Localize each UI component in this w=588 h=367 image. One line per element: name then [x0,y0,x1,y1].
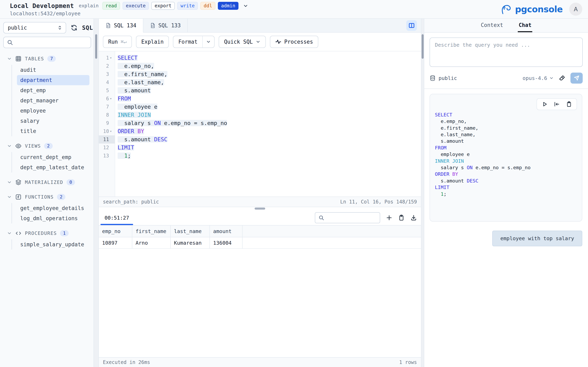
section-header-procedures[interactable]: PROCEDURES1 [3,228,94,238]
sql-editor[interactable]: 1▾23456▾78910▾111213 SELECT e.emp_no, e.… [99,51,421,197]
send-icon[interactable] [571,73,583,83]
sidebar-search[interactable] [3,37,91,48]
model-select[interactable]: opus-4.6 [523,75,554,81]
sql-token [134,128,138,134]
tree-item-dept_emp_latest_date[interactable]: dept_emp_latest_date [17,162,89,173]
run-suggestion-icon[interactable] [541,101,548,107]
format-button[interactable]: Format [173,36,202,48]
chat-panel-resize-handle[interactable] [422,34,424,59]
split-view-icon[interactable] [406,20,417,31]
code-line-text: ORDER BY [118,128,144,134]
sidebar-resizer[interactable] [94,19,98,367]
tree-item-dept_manager[interactable]: dept_manager [17,95,89,106]
code-line-11: s.amount DESC [118,135,421,143]
code-line-text: e.last_name, [118,79,164,85]
column-header-amount[interactable]: amount [210,225,242,237]
results-resize-handle[interactable] [255,208,265,210]
editor-code[interactable]: SELECT e.emp_no, e.first_name, e.last_na… [115,51,421,197]
line-number-8: 8 [99,111,115,119]
copy-sql-icon[interactable] [566,101,572,107]
fold-marker-icon[interactable]: ▾ [110,97,113,100]
column-header-emp_no[interactable]: emp_no [99,225,132,237]
sql-token: LIMIT [118,144,134,151]
schema-select[interactable]: public [3,22,66,33]
quick-sql-button[interactable]: Quick SQL [219,36,266,48]
fold-marker-icon[interactable]: ▾ [110,56,113,59]
results-search[interactable] [315,212,380,223]
add-result-tab-icon[interactable] [386,215,392,221]
results-resizer[interactable] [99,207,421,210]
column-header-first_name[interactable]: first_name [132,225,171,237]
chat-compose: public opus-4.6 [424,33,588,89]
assistant-tab-chat[interactable]: Chat [518,19,532,32]
tree-section-procedures: PROCEDURES1simple_salary_update [3,228,94,250]
sql-token: e.last_name, [435,132,476,137]
table-cell[interactable]: Kumaresan [171,237,210,248]
code-line-text: salary s ON e.emp_no = s.emp_no [118,120,227,126]
editor-tab-sql-134[interactable]: SQL 134 [99,19,143,33]
sql-token: ; [444,191,447,197]
run-button[interactable]: Run ⌘↵ [103,36,132,48]
editor-gutter: 1▾23456▾78910▾111213 [99,51,115,197]
avatar[interactable]: A [569,3,582,16]
download-results-icon[interactable] [410,215,417,221]
code-line-1: SELECT [118,54,421,62]
chevron-down-icon [7,143,12,149]
section-header-tables[interactable]: TABLES7 [3,54,94,64]
tree-item-simple_salary_update[interactable]: simple_salary_update [17,239,89,250]
tree-item-audit[interactable]: audit [17,65,89,75]
tree-item-get_employee_details[interactable]: get_employee_details [17,203,89,213]
tree-item-log_dml_operations[interactable]: log_dml_operations [17,213,89,224]
section-header-functions[interactable]: FUNCTIONS2 [3,192,94,202]
assistant-tab-context[interactable]: Context [480,19,504,32]
line-number: 5 [106,88,109,93]
table-cell[interactable]: 136004 [210,237,242,248]
line-number-13: 13 [99,152,115,160]
table-row[interactable]: 10897ArnoKumaresan136004 [99,237,421,249]
fold-marker-icon[interactable]: ▾ [110,130,113,133]
section-header-materialized[interactable]: MATERIALIZED0 [3,177,94,187]
sql-token: FROM [118,95,131,102]
refresh-icon[interactable] [71,24,78,31]
results-table: emp_nofirst_namelast_nameamount10897Arno… [99,225,421,249]
clear-chat-icon[interactable] [559,75,566,82]
section-header-views[interactable]: VIEWS2 [3,141,94,151]
sql-token: ORDER [118,128,134,134]
assistant-code-line-10: ORDER BY [435,171,577,177]
assistant-code-line-2: e.emp_no, [435,118,577,125]
sql-token: s.amount [118,136,154,142]
chat-input[interactable] [430,38,583,67]
editor-tab-sql-133[interactable]: SQL 133 [143,19,188,32]
table-cell[interactable]: 10897 [99,237,132,248]
format-dropdown-icon[interactable] [202,36,214,48]
tree-item-employee[interactable]: employee [17,106,89,116]
chat-panel-resizer[interactable] [421,19,424,367]
tree-item-salary[interactable]: salary [17,116,89,126]
tree-item-current_dept_emp[interactable]: current_dept_emp [17,152,89,162]
column-header-filler [242,225,421,237]
section-count-badge: 7 [47,56,56,62]
sql-token: ORDER [435,171,449,177]
env-badge-explain: explain [78,2,100,10]
results-search-input[interactable] [327,215,376,221]
tree-item-dept_emp[interactable]: dept_emp [17,85,89,95]
line-number: 10 [103,128,109,134]
processes-button[interactable]: Processes [270,36,318,48]
results-footer: Executed in 26ms 1 rows [99,357,421,367]
section-items-procedures: simple_salary_update [11,239,94,250]
result-timer-tab[interactable]: 00:51:27 [100,210,133,225]
code-line-4: e.last_name, [118,78,421,86]
tree-item-department[interactable]: department [17,75,89,85]
chevron-down-icon[interactable] [243,3,248,8]
insert-into-editor-icon[interactable] [554,101,560,107]
sql-mode-label[interactable]: SQL [82,25,93,31]
line-number-1: 1▾ [99,54,115,62]
sidebar-resize-handle[interactable] [95,34,97,59]
column-header-last_name[interactable]: last_name [171,225,210,237]
tree-item-title[interactable]: title [17,126,89,136]
sidebar-search-input[interactable] [16,40,87,45]
env-badge-ddl: ddl [200,2,215,10]
table-cell[interactable]: Arno [132,237,171,248]
explain-button[interactable]: Explain [136,36,169,48]
copy-results-icon[interactable] [398,215,405,221]
